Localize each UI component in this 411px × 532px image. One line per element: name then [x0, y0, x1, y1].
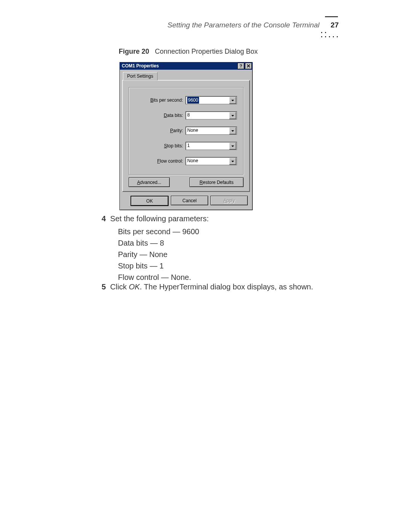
- combo-data-bits[interactable]: 8: [185, 111, 237, 120]
- header-dots: • •• • • • •: [321, 30, 339, 39]
- figure-caption: Figure 20 Connection Properties Dialog B…: [119, 48, 258, 56]
- page-header: Setting the Parameters of the Console Te…: [0, 21, 411, 29]
- param-line: Stop bits — 1: [118, 260, 199, 272]
- value-flow-control: None: [187, 158, 198, 163]
- row-stop-bits: Stop bits: 1: [129, 142, 237, 150]
- value-bits-per-second: 9600: [187, 97, 199, 104]
- param-line: Data bits — 8: [118, 237, 199, 249]
- param-line: Parity — None: [118, 249, 199, 260]
- row-bits-per-second: Bits per second: 9600: [129, 96, 237, 104]
- restore-defaults-button[interactable]: Restore Defaults: [190, 177, 244, 187]
- combo-stop-bits[interactable]: 1: [185, 142, 237, 150]
- panel-button-row: Advanced... Restore Defaults: [129, 177, 244, 187]
- row-parity: Parity: None: [129, 126, 237, 135]
- step-4-number: 4: [97, 214, 108, 223]
- tab-port-settings[interactable]: Port Settings: [123, 72, 158, 80]
- figure-caption-text: Connection Properties Dialog Box: [155, 48, 258, 55]
- value-parity: None: [187, 128, 198, 133]
- value-stop-bits: 1: [187, 143, 190, 148]
- dialog-title: COM1 Properties: [122, 62, 237, 70]
- help-icon: ?: [240, 62, 242, 70]
- tab-port-settings-label: Port Settings: [127, 73, 153, 79]
- chevron-down-icon[interactable]: [229, 97, 236, 104]
- value-data-bits: 8: [187, 112, 190, 118]
- port-settings-panel: Bits per second: 9600 Data bits: 8 Parit…: [122, 80, 250, 192]
- step-4: 4 Set the following parameters:: [107, 214, 209, 223]
- chevron-down-icon[interactable]: [229, 158, 236, 165]
- row-data-bits: Data bits: 8: [129, 111, 237, 120]
- combo-bits-per-second[interactable]: 9600: [185, 96, 237, 104]
- settings-group: Bits per second: 9600 Data bits: 8 Parit…: [129, 87, 244, 175]
- advanced-button[interactable]: Advanced...: [129, 177, 170, 187]
- label-parity: Parity:: [129, 128, 185, 133]
- step-4-text: Set the following parameters:: [110, 214, 209, 223]
- cancel-button[interactable]: Cancel: [171, 196, 208, 205]
- tab-strip: Port Settings: [122, 72, 250, 80]
- chevron-down-icon[interactable]: [229, 127, 236, 134]
- chevron-down-icon[interactable]: [229, 142, 236, 150]
- figure-label: Figure 20: [119, 48, 149, 55]
- close-icon: [247, 64, 250, 67]
- step-5-text: Click OK. The HyperTerminal dialog box d…: [110, 283, 313, 291]
- ok-button[interactable]: OK: [131, 196, 169, 206]
- help-button[interactable]: ?: [237, 63, 244, 69]
- label-data-bits: Data bits:: [129, 113, 185, 118]
- page-number: 27: [331, 21, 339, 29]
- param-line: Flow control — None.: [118, 272, 199, 283]
- step-5: 5 Click OK. The HyperTerminal dialog box…: [107, 283, 313, 291]
- apply-button[interactable]: Apply: [210, 196, 248, 205]
- com1-properties-dialog: COM1 Properties ? Port Settings Bits per…: [119, 62, 253, 210]
- label-bits-per-second: Bits per second:: [129, 97, 185, 103]
- dialog-titlebar[interactable]: COM1 Properties ?: [119, 62, 253, 70]
- step-5-number: 5: [97, 283, 108, 291]
- row-flow-control: Flow control: None: [129, 157, 237, 165]
- combo-flow-control[interactable]: None: [185, 157, 237, 165]
- combo-parity[interactable]: None: [185, 126, 237, 135]
- header-rule: [325, 16, 338, 17]
- param-line: Bits per second — 9600: [118, 226, 199, 237]
- dialog-body: Port Settings Bits per second: 9600 Data…: [119, 70, 253, 210]
- dialog-button-row: OK Cancel Apply: [122, 192, 250, 206]
- label-flow-control: Flow control:: [129, 158, 185, 164]
- label-stop-bits: Stop bits:: [129, 143, 185, 149]
- running-title: Setting the Parameters of the Console Te…: [167, 21, 320, 29]
- step-4-params: Bits per second — 9600 Data bits — 8 Par…: [118, 226, 199, 283]
- chevron-down-icon[interactable]: [229, 112, 236, 119]
- close-button[interactable]: [245, 63, 252, 69]
